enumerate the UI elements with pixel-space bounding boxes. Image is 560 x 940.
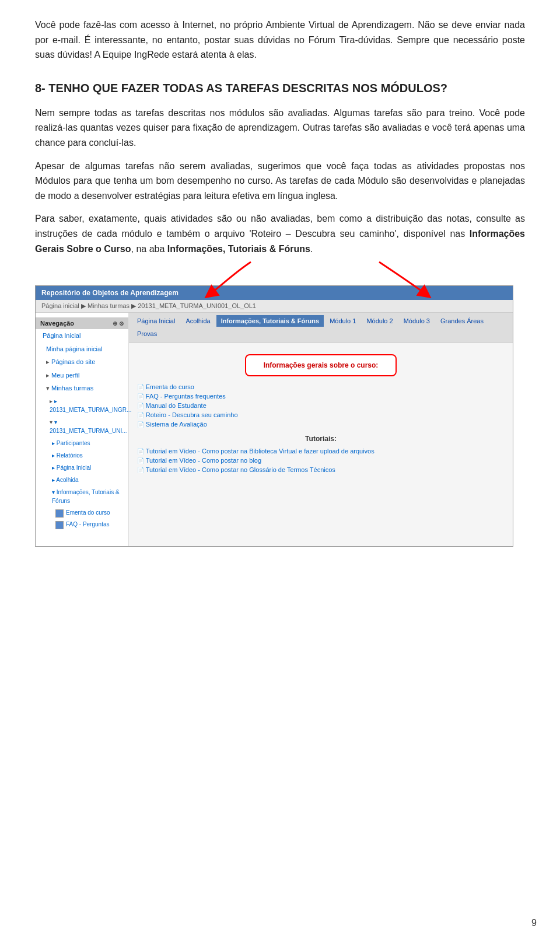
nav-pagina-inicial[interactable]: Página Inicial xyxy=(132,315,180,327)
ss-sidebar-title: Navegação ⊕ ⊗ xyxy=(36,317,128,329)
body-paragraph-4: Para saber, exatamente, quais atividades… xyxy=(35,211,525,256)
section-heading-8: 8- TENHO QUE FAZER TODAS AS TAREFAS DESC… xyxy=(35,80,525,96)
sidebar-item-turma-ingr[interactable]: ▸ 20131_META_TURMA_INGR... xyxy=(36,395,128,416)
sidebar-item-faq-perguntas[interactable]: FAQ - Perguntas xyxy=(36,519,128,530)
ss-tutorials-title: Tutoriais: xyxy=(137,435,505,443)
ss-link-list: Ementa do curso FAQ - Perguntas frequent… xyxy=(137,382,505,429)
page-number: 9 xyxy=(531,918,537,928)
sidebar-icons: ⊕ ⊗ xyxy=(113,320,124,327)
para4-mid: , na aba xyxy=(131,244,167,254)
nav-informacoes[interactable]: Informações, Tutoriais & Fóruns xyxy=(216,315,324,327)
ss-header: Repositório de Objetos de Aprendizagem xyxy=(36,286,513,300)
breadcrumb-text: Página inicial ▶ Minhas turmas ▶ 20131_M… xyxy=(41,302,256,309)
ss-sidebar: Navegação ⊕ ⊗ Página Inicial Minha págin… xyxy=(36,313,129,546)
ss-body: Navegação ⊕ ⊗ Página Inicial Minha págin… xyxy=(36,313,513,546)
sidebar-item-pagina-inicial[interactable]: Página Inicial xyxy=(36,329,128,343)
screenshot-box: Repositório de Objetos de Aprendizagem P… xyxy=(35,285,513,547)
ss-content: Informações gerais sobre o curso: Ementa… xyxy=(129,343,513,480)
link-ementa[interactable]: Ementa do curso xyxy=(137,382,505,392)
page-container: Você pode fazê-las com acesso à Internet… xyxy=(0,0,560,582)
body-paragraph-3: Apesar de algumas tarefas não serem aval… xyxy=(35,159,525,204)
nav-modulo3[interactable]: Módulo 3 xyxy=(399,315,435,327)
nav-modulo1[interactable]: Módulo 1 xyxy=(325,315,360,327)
nav-modulo2[interactable]: Módulo 2 xyxy=(362,315,397,327)
sidebar-title-text: Navegação xyxy=(40,320,74,327)
nav-provas[interactable]: Provas xyxy=(132,328,162,340)
body-paragraph-2: Nem sempre todas as tarefas descritas no… xyxy=(35,106,525,151)
screenshot-wrapper: Repositório de Objetos de Aprendizagem P… xyxy=(35,285,525,547)
sidebar-item-minhas-turmas[interactable]: Minhas turmas xyxy=(36,382,128,395)
sidebar-item-relatorios[interactable]: ▸ Relatórios xyxy=(36,449,128,462)
para4-start: Para saber, exatamente, quais atividades… xyxy=(35,214,525,239)
sidebar-item-turma-uni[interactable]: ▾ 20131_META_TURMA_UNI... xyxy=(36,416,128,437)
sidebar-item-pagina[interactable]: ▸ Página Inicial xyxy=(36,462,128,474)
intro-paragraph-1: Você pode fazê-las com acesso à Internet… xyxy=(35,18,525,62)
para4-end: . xyxy=(310,244,313,254)
sidebar-item-informacoes[interactable]: ▾ Informações, Tutoriais & Fóruns xyxy=(36,486,128,507)
sidebar-item-acolhida[interactable]: ▸ Acolhida xyxy=(36,474,128,486)
ss-tutorials-list: Tutorial em Vídeo - Como postar na Bibli… xyxy=(137,446,505,474)
para4-bold2: Informações, Tutoriais & Fóruns xyxy=(167,244,310,254)
sidebar-item-minha-pagina[interactable]: Minha página inicial xyxy=(36,343,128,356)
tutorial-3[interactable]: Tutorial em Vídeo - Como postar no Gloss… xyxy=(137,465,505,474)
ss-info-box: Informações gerais sobre o curso: xyxy=(245,354,397,376)
ss-nav: Página Inicial Acolhida Informações, Tut… xyxy=(129,313,513,343)
nav-acolhida[interactable]: Acolhida xyxy=(181,315,215,327)
tutorial-2[interactable]: Tutorial em Vídeo - Como postar no blog xyxy=(137,456,505,465)
ss-breadcrumb: Página inicial ▶ Minhas turmas ▶ 20131_M… xyxy=(36,300,513,313)
ss-main: Página Inicial Acolhida Informações, Tut… xyxy=(129,313,513,546)
tutorial-1[interactable]: Tutorial em Vídeo - Como postar na Bibli… xyxy=(137,446,505,456)
link-roteiro[interactable]: Roteiro - Descubra seu caminho xyxy=(137,410,505,420)
sidebar-item-ementa[interactable]: Ementa do curso xyxy=(36,507,128,519)
ementa-icon xyxy=(55,509,64,518)
nav-grandes-areas[interactable]: Grandes Áreas xyxy=(436,315,488,327)
faq-icon xyxy=(55,521,64,529)
sidebar-item-meu-perfil[interactable]: Meu perfil xyxy=(36,369,128,382)
link-manual[interactable]: Manual do Estudante xyxy=(137,401,505,410)
sidebar-item-participantes[interactable]: ▸ Participantes xyxy=(36,437,128,449)
link-faq[interactable]: FAQ - Perguntas frequentes xyxy=(137,392,505,401)
sidebar-item-paginas-site[interactable]: Páginas do site xyxy=(36,355,128,369)
link-sistema[interactable]: Sistema de Avaliação xyxy=(137,420,505,429)
